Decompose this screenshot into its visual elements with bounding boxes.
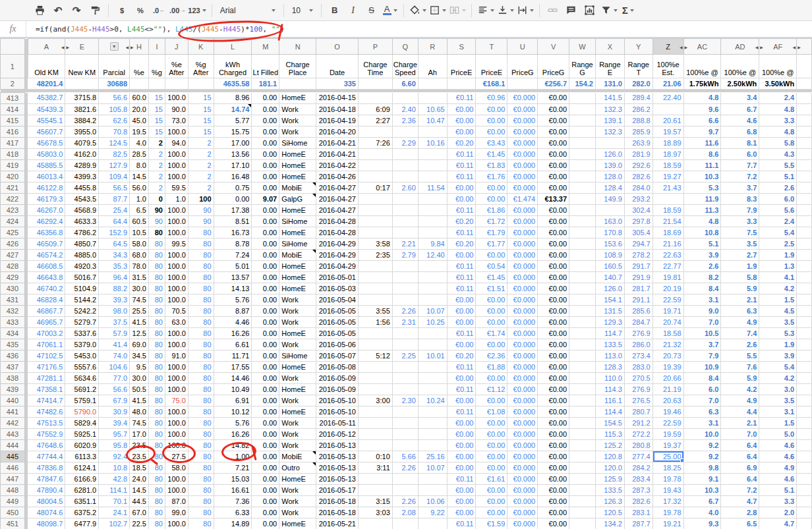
column-header-P[interactable]: P [358,39,392,55]
font-size-select[interactable]: 10 [289,3,316,18]
cell-Z445[interactable]: 25.00 [652,451,683,462]
cell-sliver421[interactable] [797,182,812,194]
cell-M447[interactable]: 0.00 [252,474,279,485]
cell-sliver431[interactable] [797,294,812,306]
cell-H448[interactable]: 14.5 [130,485,149,496]
cell-U433[interactable]: €0.000 [508,317,538,328]
total-cell-Z[interactable]: 21.06 [652,78,683,90]
cell-R448[interactable] [418,485,447,496]
cell-L418[interactable]: 13.56 [214,149,252,160]
cell-V413[interactable]: €0.00 [538,93,569,104]
font-family-select[interactable]: Arial [218,3,278,18]
cell-sliver417[interactable] [797,138,812,149]
cell-V423[interactable]: €0.00 [538,205,569,216]
cell-O428[interactable]: 2016-04-29 [316,261,359,272]
header-cell-T[interactable]: PriceE [476,55,508,78]
row-header-2[interactable]: 2 [1,78,25,90]
cell-S413[interactable]: €0.11 [447,93,476,104]
cell-E423[interactable]: 4568.9 [65,205,99,216]
row-header-414[interactable]: 414 [1,104,25,115]
cell-U419[interactable]: €0.000 [508,160,538,171]
row-header-447[interactable]: 447 [1,474,25,485]
cell-A442[interactable]: 47513.5 [28,418,65,429]
cell-H425[interactable]: 10.5 [130,227,149,238]
cell-O417[interactable]: 2016-04-21 [316,138,359,149]
cell-J416[interactable]: 100.0 [165,126,188,138]
cell-AD416[interactable]: 6.8 [721,126,759,138]
cell-M416[interactable]: 0.00 [252,126,279,138]
total-cell-M[interactable]: 181.1 [252,78,279,90]
cell-U441[interactable]: €0.000 [508,406,538,418]
cell-sliver436[interactable] [797,350,812,362]
cell-K423[interactable]: 90 [188,205,214,216]
cell-L446[interactable]: 7.21 [214,462,252,474]
cell-T436[interactable]: €2.36 [476,350,508,362]
cell-AF416[interactable]: 4.8 [759,126,797,138]
cell-W421[interactable] [569,182,596,194]
cell-N415[interactable]: Work [279,115,316,126]
cell-AD429[interactable]: 5.8 [721,272,759,283]
cell-X424[interactable]: 163.0 [595,216,624,227]
cell-A418[interactable]: 45803.0 [28,149,65,160]
cell-V433[interactable]: €0.00 [538,317,569,328]
cell-sliver414[interactable] [797,104,812,115]
cell-I423[interactable]: 90 [148,205,165,216]
cell-AC438[interactable]: 8.4 [683,373,721,384]
cell-U432[interactable]: €0.000 [508,306,538,317]
cell-Z437[interactable]: 19.39 [652,362,683,373]
cell-sliver432[interactable] [797,306,812,317]
cell-U415[interactable]: €0.000 [508,115,538,126]
cell-W417[interactable] [569,138,596,149]
cell-A434[interactable]: 47003.2 [28,328,65,339]
cell-L435[interactable]: 6.61 [214,339,252,350]
cell-Z430[interactable]: 20.19 [652,283,683,294]
cell-K435[interactable]: 80 [188,339,214,350]
cell-U416[interactable]: €0.000 [508,126,538,138]
cell-P435[interactable] [358,339,392,350]
cell-sliver413[interactable] [797,93,812,104]
cell-T425[interactable]: €1.79 [476,227,508,238]
column-header-S[interactable]: S [447,39,476,55]
cell-U413[interactable]: €0.000 [508,93,538,104]
cell-Z420[interactable]: 19.27 [652,171,683,182]
column-header-Z[interactable]: Z◀ [652,39,683,55]
cell-R444[interactable] [418,440,447,451]
cell-W415[interactable] [569,115,596,126]
cell-T443[interactable]: €0.00 [476,429,508,440]
cell-W420[interactable] [569,171,596,182]
header-cell-G[interactable]: Parcial [99,55,130,78]
cell-N431[interactable]: Work [279,294,316,306]
cell-E421[interactable]: 4455.8 [65,182,99,194]
horizontal-align-button[interactable] [477,3,494,18]
cell-I429[interactable]: 80 [148,272,165,283]
cell-AF437[interactable]: 5.4 [759,362,797,373]
column-header-X[interactable]: X [595,39,624,55]
cell-Q447[interactable] [392,474,418,485]
cell-T424[interactable]: €1.72 [476,216,508,227]
cell-S419[interactable]: €0.11 [447,160,476,171]
cell-Y448[interactable]: 287.3 [624,485,652,496]
cell-J417[interactable]: 94.0 [165,138,188,149]
cell-AD420[interactable]: 7.2 [721,171,759,182]
cell-AC427[interactable]: 3.9 [683,250,721,261]
cell-Y423[interactable]: 302.4 [624,205,652,216]
cell-N414[interactable]: Work [279,104,316,115]
cell-AD439[interactable]: 4.2 [721,384,759,395]
cell-Q418[interactable] [392,149,418,160]
cell-X422[interactable]: 149.9 [595,194,624,205]
cell-AC431[interactable]: 3.1 [683,294,721,306]
cell-X434[interactable]: 114.7 [595,328,624,339]
cell-X437[interactable]: 128.3 [595,362,624,373]
cell-A425[interactable]: 46356.8 [28,227,65,238]
cell-AF444[interactable]: 4.6 [759,440,797,451]
cell-X444[interactable]: 125.2 [595,440,624,451]
cell-I420[interactable]: 2 [148,171,165,182]
cell-V429[interactable]: €0.00 [538,272,569,283]
column-header-Y[interactable]: Y [624,39,652,55]
cell-S447[interactable]: €0.11 [447,474,476,485]
header-cell-L[interactable]: kWh Charged [214,55,252,78]
cell-J432[interactable]: 70.5 [165,306,188,317]
cell-M450[interactable]: 0.00 [252,507,279,518]
cell-P420[interactable] [358,171,392,182]
cell-Q425[interactable] [392,227,418,238]
